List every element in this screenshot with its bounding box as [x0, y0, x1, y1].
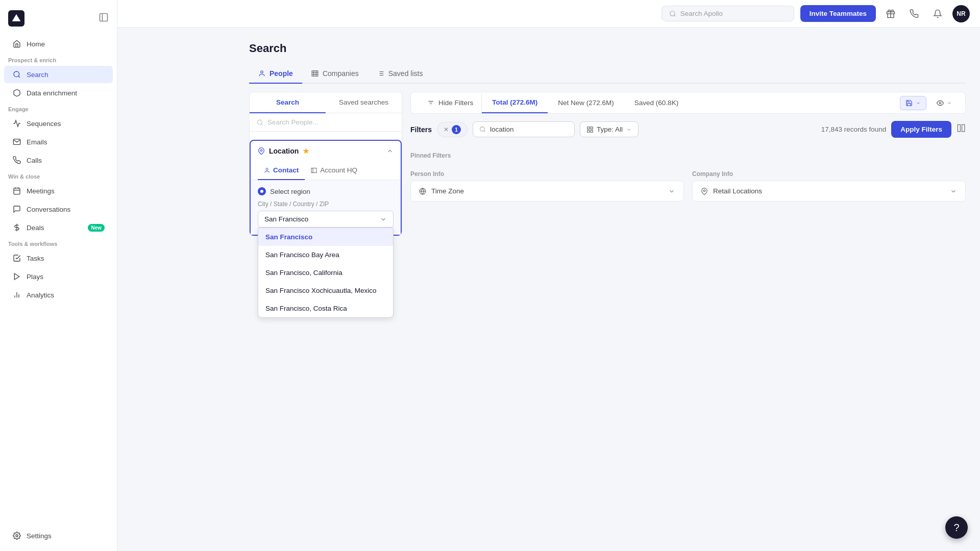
dropdown-item-sf[interactable]: San Francisco [258, 228, 393, 246]
sidebar: Home Prospect & enrich Search Data enric… [0, 0, 117, 551]
city-dropdown[interactable]: San Francisco [258, 211, 394, 228]
location-tab-account-hq[interactable]: Account HQ [305, 161, 363, 180]
sidebar-item-calls[interactable]: Calls [4, 152, 113, 169]
tab-companies[interactable]: Companies [302, 64, 368, 84]
building-icon [311, 70, 318, 77]
apply-filters-button[interactable]: Apply Filters [891, 121, 951, 138]
content-area: Search Saved searches Location ★ [249, 84, 966, 236]
bell-icon[interactable] [929, 5, 946, 22]
sequences-icon [12, 119, 21, 128]
type-dropdown[interactable]: Type: All [580, 121, 639, 137]
globe-icon [419, 188, 426, 195]
dropdown-item-sf-cr[interactable]: San Francisco, Costa Rica [258, 299, 393, 317]
eye-btn[interactable] [932, 96, 957, 110]
help-button[interactable]: ? [945, 516, 968, 539]
sidebar-item-emails[interactable]: Emails [4, 133, 113, 151]
sidebar-item-plays[interactable]: Plays [4, 268, 113, 285]
svg-rect-44 [591, 130, 593, 132]
sidebar-item-sequences[interactable]: Sequences [4, 115, 113, 132]
svg-point-30 [258, 120, 262, 124]
settings-icon [12, 531, 21, 540]
app-logo[interactable] [8, 10, 24, 27]
phone-icon[interactable] [905, 5, 923, 22]
filters-label: Filters [410, 126, 432, 134]
city-value: San Francisco [264, 215, 308, 223]
deals-badge: New [88, 224, 105, 232]
select-region-radio[interactable] [258, 187, 266, 195]
retail-chevron [950, 188, 957, 195]
filter-panel-tab-search[interactable]: Search [250, 92, 326, 113]
view-tab-saved[interactable]: Saved (60.8K) [624, 93, 689, 113]
main-tabs: People Companies Saved lists [249, 64, 966, 84]
dropdown-item-sf-bay[interactable]: San Francisco Bay Area [258, 246, 393, 264]
filter-dropdowns-row: Person Info Time Zone Company Info Retai… [410, 170, 966, 202]
filter-count-chip[interactable]: ✕ 1 [437, 122, 468, 137]
location-header: Location ★ [251, 141, 401, 161]
filter-panel-tab-saved[interactable]: Saved searches [326, 92, 402, 113]
search-people-input[interactable] [267, 118, 395, 126]
filter-search-input[interactable] [490, 126, 561, 133]
eye-chevron-icon [947, 101, 952, 106]
tab-people[interactable]: People [249, 64, 302, 84]
gift-icon[interactable] [882, 5, 899, 22]
svg-point-39 [939, 102, 941, 104]
filter-count-badge: 1 [452, 125, 461, 134]
location-collapse-icon[interactable] [386, 147, 394, 155]
plays-icon [12, 272, 21, 281]
location-dropdown-list: San Francisco San Francisco Bay Area San… [258, 228, 394, 318]
retail-locations-dropdown[interactable]: Retail Locations [692, 181, 966, 202]
dropdown-item-sf-mexico[interactable]: San Francisco Xochicuautla, Mexico [258, 282, 393, 299]
retail-location-icon [701, 188, 708, 195]
company-info-section: Company Info Retail Locations [692, 170, 966, 202]
location-star-icon: ★ [303, 147, 309, 155]
sidebar-item-analytics[interactable]: Analytics [4, 286, 113, 304]
dropdown-item-sf-ca[interactable]: San Francisco, California [258, 264, 393, 282]
filter-panel-tabs: Search Saved searches [250, 92, 402, 113]
sidebar-toggle[interactable] [99, 12, 109, 25]
engage-section-label: Engage [0, 102, 117, 114]
sidebar-item-search[interactable]: Search [4, 66, 113, 83]
user-avatar[interactable]: NR [952, 5, 970, 22]
sidebar-item-tasks[interactable]: Tasks [4, 249, 113, 267]
main-content: Search People Companies Saved lists Sear… [235, 28, 980, 551]
search-apollo-placeholder: Search Apollo [680, 10, 723, 17]
select-region-label: Select region [270, 188, 310, 195]
select-region-row: Select region [258, 187, 394, 195]
sidebar-item-data-enrichment[interactable]: Data enrichment [4, 84, 113, 102]
search-apollo-bar[interactable]: Search Apollo [662, 6, 794, 21]
person-icon [258, 70, 265, 77]
eye-icon [937, 99, 944, 107]
columns-icon[interactable] [957, 123, 966, 135]
analytics-icon [12, 290, 21, 299]
filter-clear-icon[interactable]: ✕ [444, 126, 449, 133]
save-chevron-icon [916, 101, 921, 106]
sidebar-item-home[interactable]: Home [4, 35, 113, 53]
time-zone-chevron [668, 188, 675, 195]
tab-saved-lists[interactable]: Saved lists [368, 64, 432, 84]
svg-marker-9 [14, 273, 19, 280]
svg-point-33 [266, 168, 268, 170]
company-info-label: Company Info [692, 170, 966, 178]
svg-point-32 [260, 149, 262, 152]
location-tab-contact[interactable]: Contact [258, 161, 305, 180]
sidebar-item-conversations[interactable]: Conversations [4, 201, 113, 218]
search-icon [12, 70, 21, 79]
svg-point-40 [480, 127, 485, 132]
home-icon [12, 39, 21, 48]
list-icon [377, 70, 384, 77]
invite-teammates-button[interactable]: Invite Teammates [800, 5, 876, 22]
svg-point-18 [261, 71, 263, 73]
hide-filters-btn[interactable]: Hide Filters [419, 93, 482, 113]
sidebar-item-settings[interactable]: Settings [4, 527, 113, 544]
filter-panel: Search Saved searches Location ★ [249, 92, 402, 236]
sidebar-item-meetings[interactable]: Meetings [4, 182, 113, 199]
save-view-btn[interactable] [900, 96, 926, 110]
sidebar-item-deals[interactable]: Deals New [4, 219, 113, 236]
svg-line-3 [18, 76, 20, 78]
time-zone-dropdown[interactable]: Time Zone [410, 181, 684, 202]
filter-search-icon [479, 126, 486, 133]
right-panel: Hide Filters Total (272.6M) Net New (272… [410, 84, 966, 236]
view-tab-net-new[interactable]: Net New (272.6M) [548, 93, 624, 113]
view-tab-total[interactable]: Total (272.6M) [482, 92, 548, 113]
location-filter-box: Location ★ Contact Account HQ [250, 140, 402, 236]
